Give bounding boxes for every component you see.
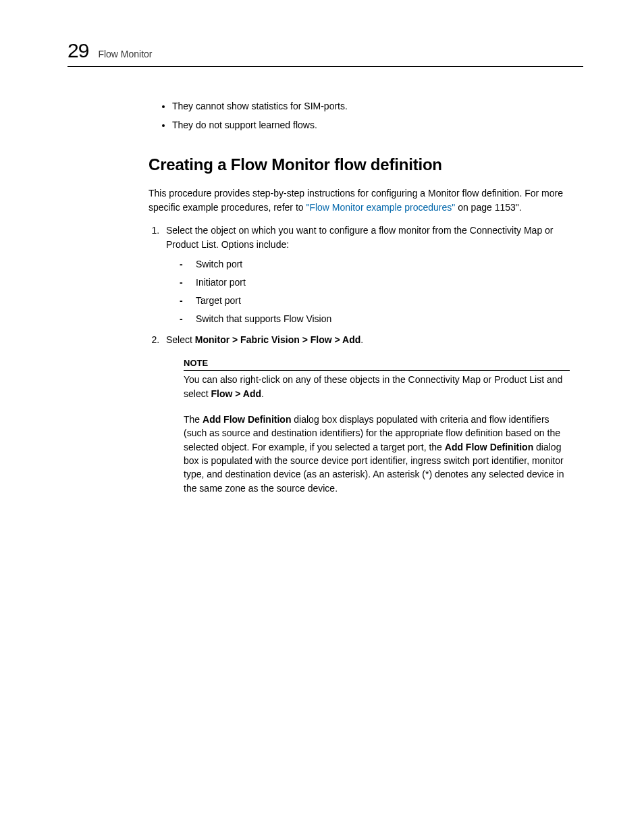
cross-reference-link[interactable]: "Flow Monitor example procedures": [306, 202, 455, 213]
intro-paragraph: This procedure provides step-by-step ins…: [149, 186, 570, 214]
procedure-steps: Select the object on which you want to c…: [149, 224, 570, 495]
note-block: NOTE You can also right-click on any of …: [184, 357, 570, 400]
intro-text-after: on page 1153".: [455, 202, 521, 213]
step-text: Select the object on which you want to c…: [166, 225, 554, 250]
menu-path: Monitor > Fabric Vision > Flow > Add: [195, 334, 360, 345]
dash-item: Target port: [180, 294, 570, 308]
running-header: 29 Flow Monitor: [68, 39, 583, 67]
dash-item: Switch port: [180, 257, 570, 271]
section-heading: Creating a Flow Monitor flow definition: [149, 155, 570, 174]
chapter-number: 29: [68, 39, 88, 62]
content-area: They cannot show statistics for SIM-port…: [68, 99, 583, 495]
note-body: You can also right-click on any of these…: [184, 373, 570, 400]
dash-list: Switch port Initiator port Target port S…: [166, 257, 570, 326]
followup-paragraph: The Add Flow Definition dialog box displ…: [184, 413, 570, 495]
note-label: NOTE: [184, 357, 570, 371]
step-item: Select Monitor > Fabric Vision > Flow > …: [162, 333, 570, 495]
note-text-suffix: .: [261, 388, 264, 399]
bullet-item: They do not support learned flows.: [172, 118, 570, 133]
step-item: Select the object on which you want to c…: [162, 224, 570, 326]
text: The: [184, 414, 203, 425]
dialog-name: Add Flow Definition: [445, 442, 533, 452]
page: 29 Flow Monitor They cannot show statist…: [0, 0, 644, 495]
dash-item: Initiator port: [180, 276, 570, 290]
chapter-title: Flow Monitor: [98, 49, 152, 59]
bullet-item: They cannot show statistics for SIM-port…: [172, 99, 570, 114]
dash-item: Switch that supports Flow Vision: [180, 312, 570, 326]
top-bullet-list: They cannot show statistics for SIM-port…: [149, 99, 570, 132]
dialog-name: Add Flow Definition: [203, 414, 291, 425]
step-text-suffix: .: [360, 334, 363, 345]
menu-path: Flow > Add: [211, 388, 261, 399]
step-text-prefix: Select: [166, 334, 195, 345]
